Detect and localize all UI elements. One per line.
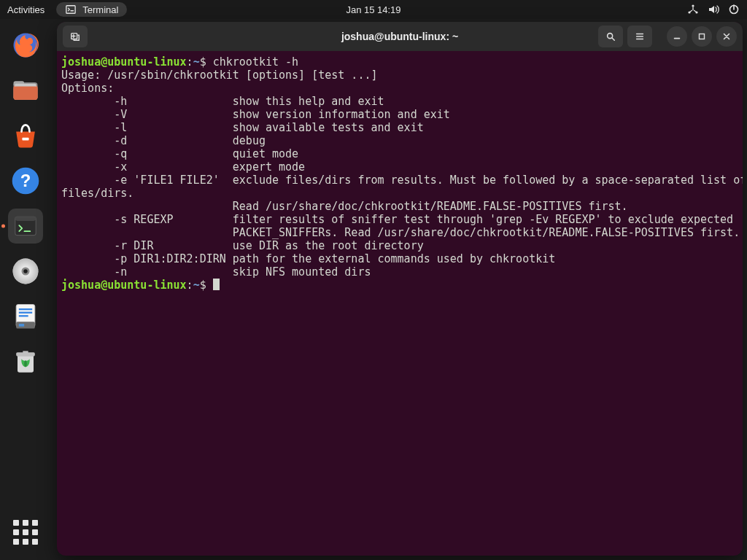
svg-rect-25 — [19, 324, 24, 327]
svg-rect-10 — [14, 87, 38, 100]
cursor — [213, 279, 220, 290]
svg-rect-23 — [19, 315, 28, 316]
svg-rect-0 — [66, 6, 75, 14]
prompt-userhost: joshua@ubuntu-linux — [61, 55, 187, 69]
active-app-label: Terminal — [82, 4, 118, 15]
search-button[interactable] — [598, 26, 623, 47]
command-output: Usage: /usr/sbin/chkrootkit [options] [t… — [61, 69, 738, 279]
svg-rect-21 — [19, 308, 32, 310]
power-icon[interactable] — [728, 4, 740, 15]
dock-firefox[interactable] — [8, 28, 43, 63]
dock-help[interactable]: ? — [8, 163, 43, 198]
svg-rect-15 — [15, 217, 36, 221]
svg-point-1 — [692, 4, 694, 7]
svg-rect-11 — [22, 138, 28, 141]
prompt-symbol: $ — [200, 55, 206, 69]
terminal-icon — [65, 4, 77, 15]
active-app-pill[interactable]: Terminal — [56, 2, 127, 17]
svg-rect-22 — [19, 312, 32, 314]
hamburger-menu[interactable] — [627, 26, 652, 47]
terminal-body[interactable]: joshua@ubuntu-linux:~$ chkrootkit -h Usa… — [57, 51, 743, 556]
dock-text-editor[interactable] — [8, 299, 43, 334]
window-close[interactable] — [716, 26, 737, 47]
entered-command: chkrootkit -h — [213, 55, 298, 69]
svg-point-19 — [23, 269, 28, 273]
apps-grid-icon — [12, 518, 39, 546]
network-icon[interactable] — [687, 4, 699, 15]
volume-icon[interactable] — [708, 4, 719, 15]
prompt-symbol: $ — [200, 279, 206, 292]
window-title: joshua@ubuntu-linux: ~ — [341, 31, 458, 42]
dock-software[interactable] — [8, 118, 43, 153]
activities-button[interactable]: Activities — [7, 4, 44, 15]
svg-rect-30 — [700, 34, 705, 39]
dock-disc[interactable] — [8, 254, 43, 289]
svg-text:?: ? — [20, 171, 31, 190]
dock-files[interactable] — [8, 73, 43, 108]
prompt-path: ~ — [193, 279, 200, 292]
show-applications[interactable] — [8, 515, 43, 550]
dock-terminal[interactable] — [8, 209, 43, 244]
window-maximize[interactable] — [692, 26, 712, 47]
new-tab-button[interactable] — [63, 26, 88, 47]
prompt-userhost: joshua@ubuntu-linux — [61, 279, 187, 292]
terminal-window: joshua@ubuntu-linux: ~ joshua@ubuntu-lin… — [57, 22, 743, 556]
window-minimize[interactable] — [667, 26, 687, 47]
dock-trash[interactable] — [8, 344, 43, 379]
gnome-topbar: Activities Terminal Jan 15 14:19 — [0, 0, 747, 19]
dock: ? — [0, 19, 51, 560]
clock[interactable]: Jan 15 14:19 — [346, 4, 400, 15]
window-titlebar: joshua@ubuntu-linux: ~ — [57, 22, 743, 51]
prompt-path: ~ — [193, 55, 200, 69]
